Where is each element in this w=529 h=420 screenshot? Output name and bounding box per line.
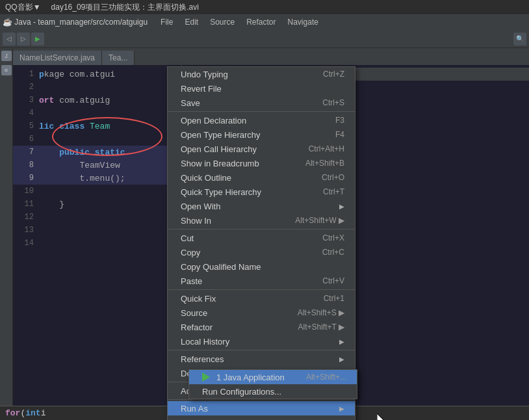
ctx-undo-typing[interactable]: Undo Typing Ctrl+Z xyxy=(168,67,355,81)
ctx-copy-shortcut: Ctrl+C xyxy=(322,248,344,257)
ctx-quick-fix-label: Quick Fix xyxy=(181,294,311,304)
ctx-debug-as-label: Debug As xyxy=(181,418,339,421)
ctx-quick-fix-shortcut: Ctrl+1 xyxy=(324,294,344,303)
ctx-references[interactable]: References ▶ xyxy=(168,352,355,366)
menu-refactor[interactable]: Refactor xyxy=(241,16,281,28)
ctx-copy[interactable]: Copy Ctrl+C xyxy=(168,245,355,259)
toolbar-run[interactable]: ▶ xyxy=(31,33,44,46)
toolbar-back[interactable]: ◁ xyxy=(3,33,16,46)
left-sidebar: J ≡ xyxy=(0,48,13,420)
title-bar-text: day16_09项目三功能实现：主界面切换.avi xyxy=(51,2,199,13)
run-as-submenu: 1 Java Application Alt+Shift+... Run Con… xyxy=(188,369,357,399)
ctx-quick-outline-shortcut: Ctrl+O xyxy=(322,173,344,182)
ctx-local-history-arrow: ▶ xyxy=(339,338,344,345)
ctx-quick-fix[interactable]: Quick Fix Ctrl+1 xyxy=(168,291,355,306)
ctx-source-shortcut: Alt+Shift+S ▶ xyxy=(298,308,344,317)
ctx-quick-outline-label: Quick Outline xyxy=(181,173,309,183)
ctx-paste-label: Paste xyxy=(181,276,309,286)
sidebar-icon-1[interactable]: J xyxy=(1,51,12,61)
ctx-open-declaration[interactable]: Open Declaration F3 xyxy=(168,113,355,127)
ctx-local-history[interactable]: Local History ▶ xyxy=(168,334,355,348)
ctx-breadcrumb-shortcut: Alt+Shift+B xyxy=(305,159,344,168)
svg-marker-0 xyxy=(377,413,384,420)
ctx-open-type-hierarchy[interactable]: Open Type Hierarchy F4 xyxy=(168,127,355,142)
tab-namelistservice[interactable]: NameListService.java xyxy=(13,51,102,65)
submenu-run-configs-label: Run Configurations... xyxy=(202,387,346,397)
ctx-revert-label: Revert File xyxy=(181,84,331,94)
ctx-open-call-label: Open Call Hierarchy xyxy=(181,144,296,154)
ctx-open-decl-label: Open Declaration xyxy=(181,116,322,125)
ctx-open-decl-shortcut: F3 xyxy=(335,116,344,125)
submenu-java-app-shortcut: Alt+Shift+... xyxy=(306,373,346,382)
menu-source[interactable]: Source xyxy=(205,16,240,28)
ctx-open-with[interactable]: Open With ▶ xyxy=(168,199,355,213)
left-line-10: 10 xyxy=(13,185,181,198)
ctx-sep-6 xyxy=(168,399,355,400)
left-line-7: 7 public static xyxy=(13,146,181,159)
java-app-icon xyxy=(202,372,213,382)
ctx-cut-shortcut: Ctrl+X xyxy=(322,233,344,243)
sidebar-icon-2[interactable]: ≡ xyxy=(1,65,12,75)
menu-bar: ☕ Java - team_manager/src/com/atguigu Fi… xyxy=(0,14,529,30)
menu-navigate[interactable]: Navigate xyxy=(283,16,324,28)
left-line-1: 1pkage com.atgui xyxy=(13,68,181,81)
editor-tabs: NameListService.java Tea... xyxy=(13,48,529,65)
ctx-refactor[interactable]: Refactor Alt+Shift+T ▶ xyxy=(168,320,355,334)
ctx-run-as[interactable]: Run As ▶ xyxy=(168,401,355,415)
ctx-save[interactable]: Save Ctrl+S xyxy=(168,96,355,110)
ctx-undo-label: Undo Typing xyxy=(181,70,310,79)
ctx-show-breadcrumb[interactable]: Show in Breadcrumb Alt+Shift+B xyxy=(168,156,355,170)
ctx-debug-as[interactable]: Debug As ▶ xyxy=(168,415,355,420)
ctx-run-as-label: Run As xyxy=(181,404,339,413)
left-line-12: 12 xyxy=(13,211,181,224)
ctx-copy-qualified[interactable]: Copy Qualified Name xyxy=(168,259,355,274)
tab-namelistservice-label: NameListService.java xyxy=(19,53,95,62)
left-line-13: 13 xyxy=(13,224,181,237)
bottom-int-kw: int xyxy=(25,408,40,418)
ctx-refactor-shortcut: Alt+Shift+T ▶ xyxy=(298,322,344,332)
ctx-open-call-shortcut: Ctrl+Alt+H xyxy=(309,144,344,153)
ctx-paste-shortcut: Ctrl+V xyxy=(322,276,344,285)
toolbar-search[interactable]: 🔍 xyxy=(513,33,526,46)
ctx-quick-outline[interactable]: Quick Outline Ctrl+O xyxy=(168,170,355,185)
ctx-paste[interactable]: Paste Ctrl+V xyxy=(168,274,355,288)
ctx-save-label: Save xyxy=(181,98,309,108)
context-menu: Undo Typing Ctrl+Z Revert File Save Ctrl… xyxy=(167,66,355,420)
toolbar-fwd[interactable]: ▷ xyxy=(17,33,30,46)
ctx-quick-type-hierarchy[interactable]: Quick Type Hierarchy Ctrl+T xyxy=(168,185,355,199)
left-line-2: 2 xyxy=(13,81,181,94)
ctx-cut[interactable]: Cut Ctrl+X xyxy=(168,231,355,245)
ctx-save-shortcut: Ctrl+S xyxy=(322,98,344,107)
bottom-i: i xyxy=(41,408,46,418)
ctx-show-in[interactable]: Show In Alt+Shift+W ▶ xyxy=(168,213,355,228)
ctx-source-label: Source xyxy=(181,308,285,318)
left-line-14: 14 xyxy=(13,237,181,250)
ctx-references-arrow: ▶ xyxy=(339,356,344,363)
ctx-refactor-label: Refactor xyxy=(181,322,285,332)
left-line-9: 9 t.menu(); xyxy=(13,172,181,185)
submenu-run-configs[interactable]: Run Configurations... xyxy=(189,384,357,399)
editor-area: J ≡ NameListService.java Tea... 1pkage c… xyxy=(0,48,529,420)
ctx-sep-3 xyxy=(168,289,355,290)
title-bar: QQ音影▼ day16_09项目三功能实现：主界面切换.avi xyxy=(0,0,529,14)
ctx-quick-type-label: Quick Type Hierarchy xyxy=(181,187,310,197)
ctx-revert-file[interactable]: Revert File xyxy=(168,81,355,96)
left-line-8: 8 TeamView xyxy=(13,159,181,172)
tab-tea[interactable]: Tea... xyxy=(102,51,135,65)
ctx-undo-shortcut: Ctrl+Z xyxy=(323,70,344,79)
bottom-for-paren: ( xyxy=(20,408,25,418)
left-line-4: 4 xyxy=(13,107,181,120)
ctx-open-call-hierarchy[interactable]: Open Call Hierarchy Ctrl+Alt+H xyxy=(168,142,355,156)
ctx-source[interactable]: Source Alt+Shift+S ▶ xyxy=(168,306,355,320)
ctx-local-history-label: Local History xyxy=(181,337,339,347)
toolbar: ◁ ▷ ▶ 🔍 xyxy=(0,30,529,48)
menu-edit[interactable]: Edit xyxy=(179,16,203,28)
menu-file[interactable]: File xyxy=(155,16,178,28)
ctx-copy-label: Copy xyxy=(181,248,309,257)
title-bar-qq: QQ音影▼ xyxy=(5,2,41,13)
submenu-java-app[interactable]: 1 Java Application Alt+Shift+... xyxy=(189,370,357,384)
ctx-cut-label: Cut xyxy=(181,233,309,243)
menu-java-label: ☕ Java - team_manager/src/com/atguigu xyxy=(3,18,148,27)
ctx-sep-4 xyxy=(168,350,355,350)
ctx-references-label: References xyxy=(181,354,339,364)
